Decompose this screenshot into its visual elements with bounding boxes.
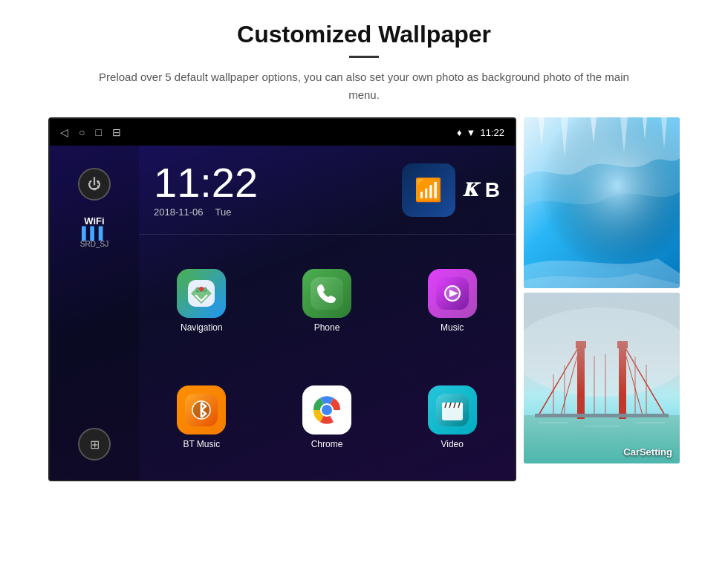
status-bar-right: ♦ ▼ 11:22 <box>457 127 504 138</box>
svg-rect-31 <box>576 341 586 348</box>
home-icon[interactable]: ○ <box>79 126 85 138</box>
app-grid: 280 Navigation <box>139 235 515 481</box>
svg-point-24 <box>524 307 680 397</box>
date-text: 2018-11-06 <box>154 206 204 218</box>
time-widget-area: 11:22 2018-11-06 Tue 📶 𝐊 B <box>139 146 515 235</box>
sidebar-top: ⏻ WiFi ▌▌▌ SRD_SJ <box>78 168 111 248</box>
date-row: 2018-11-06 Tue <box>154 206 258 218</box>
recents-icon[interactable]: □ <box>95 126 101 138</box>
wallpaper-ice[interactable] <box>524 117 680 288</box>
main-content: ◁ ○ □ ⊟ ♦ ▼ 11:22 ⏻ WiFi ▌▌▌ SRD_S <box>0 117 728 481</box>
svg-point-3 <box>199 287 204 291</box>
wifi-signal-icon: ▼ <box>467 127 476 138</box>
wifi-bars-icon: ▌▌▌ <box>80 227 108 240</box>
screenshot-icon[interactable]: ⊟ <box>112 126 121 138</box>
wifi-app-icon[interactable]: 📶 <box>402 163 455 217</box>
wallpaper-bridge[interactable]: CarSetting <box>524 293 680 463</box>
chrome-app-icon <box>302 385 351 435</box>
bt-music-app-label: BT Music <box>183 439 220 449</box>
app-bt-music[interactable]: BT Music <box>139 359 264 475</box>
wifi-widget: WiFi ▌▌▌ SRD_SJ <box>80 215 108 248</box>
wifi-ssid: SRD_SJ <box>80 240 108 248</box>
wallpaper-previews: CarSetting <box>524 117 680 463</box>
svg-point-13 <box>322 405 332 415</box>
video-app-label: Video <box>441 439 463 449</box>
bt-music-app-icon <box>177 385 226 435</box>
app-video[interactable]: Video <box>389 359 515 475</box>
phone-app-label: Phone <box>314 322 340 333</box>
status-time: 11:22 <box>480 127 504 138</box>
wallpaper-carsetting-label: CarSetting <box>623 446 672 458</box>
left-sidebar: ⏻ WiFi ▌▌▌ SRD_SJ ⊞ <box>50 146 139 481</box>
svg-rect-39 <box>535 414 669 417</box>
location-icon: ♦ <box>457 127 462 138</box>
nav-app-label: Navigation <box>181 322 223 333</box>
top-right-icons: 📶 𝐊 B <box>402 163 500 217</box>
center-panel: 11:22 2018-11-06 Tue 📶 𝐊 B <box>139 146 515 481</box>
page-title: Customized Wallpaper <box>89 21 639 48</box>
chrome-app-label: Chrome <box>311 439 343 449</box>
screen-body: ⏻ WiFi ▌▌▌ SRD_SJ ⊞ 11:22 2018-11- <box>50 146 515 481</box>
wifi-app-symbol: 📶 <box>415 177 442 203</box>
phone-app-icon <box>302 269 351 318</box>
music-app-icon <box>428 269 477 318</box>
time-display: 11:22 2018-11-06 Tue <box>154 162 258 218</box>
day-text: Tue <box>215 206 232 218</box>
title-divider <box>349 56 379 58</box>
android-screen: ◁ ○ □ ⊟ ♦ ▼ 11:22 ⏻ WiFi ▌▌▌ SRD_S <box>48 117 516 481</box>
clock-time: 11:22 <box>154 162 258 204</box>
wifi-label: WiFi <box>80 215 108 227</box>
status-bar: ◁ ○ □ ⊟ ♦ ▼ 11:22 <box>50 119 515 146</box>
app-chrome[interactable]: Chrome <box>264 359 390 475</box>
music-app-label: Music <box>441 322 464 333</box>
app-phone[interactable]: Phone <box>264 242 390 359</box>
video-app-icon <box>428 385 477 435</box>
app-music[interactable]: Music <box>389 242 515 359</box>
page-description: Preload over 5 default wallpaper options… <box>89 68 639 104</box>
svg-rect-32 <box>617 341 628 348</box>
app-navigation[interactable]: 280 Navigation <box>139 242 264 359</box>
nav-app-icon: 280 <box>177 269 226 318</box>
k-app-icon[interactable]: 𝐊 <box>463 178 478 201</box>
page-header: Customized Wallpaper Preload over 5 defa… <box>0 0 728 117</box>
status-bar-nav: ◁ ○ □ ⊟ <box>60 126 121 138</box>
apps-grid-button[interactable]: ⊞ <box>78 428 111 461</box>
b-app-icon[interactable]: B <box>485 178 500 202</box>
power-button[interactable]: ⏻ <box>78 168 111 201</box>
svg-rect-4 <box>311 277 343 310</box>
back-icon[interactable]: ◁ <box>60 126 68 138</box>
